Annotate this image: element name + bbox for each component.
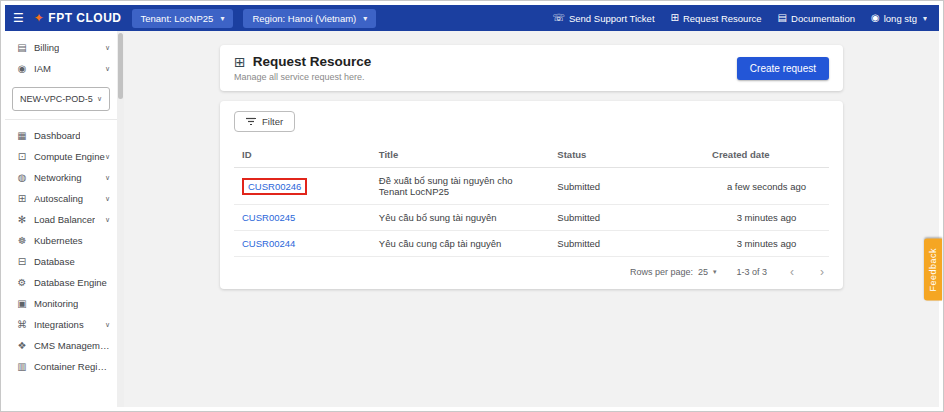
sidebar-item-label: Autoscaling (34, 193, 83, 204)
autoscaling-icon: ⊞ (15, 193, 29, 204)
sidebar-item-label: Kubernetes (34, 235, 83, 246)
sidebar-item-label: Container Registry (34, 361, 110, 372)
table-header-row: ID Title Status Created date (234, 142, 829, 168)
scrollbar-thumb[interactable] (118, 33, 123, 99)
sidebar-item-label: Integrations (34, 319, 84, 330)
menu-icon[interactable]: ☰ (13, 12, 24, 24)
column-header-status: Status (549, 142, 704, 168)
sidebar-item-billing[interactable]: ▤ Billing ∨ (5, 37, 117, 58)
container-registry-icon: ▥ (15, 361, 29, 372)
request-status: Submitted (549, 231, 704, 257)
page-header-card: ⊞ Request Resource Manage all service re… (220, 45, 843, 91)
chevron-down-icon: ▾ (220, 14, 224, 23)
sidebar-item-cms-management[interactable]: ❖ CMS Management (5, 335, 117, 356)
iam-icon: ◉ (15, 63, 29, 74)
sidebar-item-integrations[interactable]: ⌘ Integrations ∨ (5, 314, 117, 335)
support-ticket-icon: ☏ (552, 13, 565, 23)
documentation-label: Documentation (791, 13, 855, 24)
sidebar-item-dashboard[interactable]: ▦ Dashboard (5, 125, 117, 146)
sidebar-item-container-registry[interactable]: ▥ Container Registry (5, 356, 117, 377)
sidebar-item-autoscaling[interactable]: ⊞ Autoscaling ∨ (5, 188, 117, 209)
kubernetes-icon: ☸ (15, 235, 29, 246)
previous-page-icon[interactable]: ‹ (787, 266, 797, 278)
request-resource-link[interactable]: ⊞ Request Resource (671, 13, 762, 24)
sidebar-item-label: Database Engine (34, 277, 107, 288)
request-created-date: 3 minutes ago (704, 231, 829, 257)
monitoring-icon: ▣ (15, 298, 29, 309)
load-balancer-icon: ✻ (15, 214, 29, 225)
sidebar: ▤ Billing ∨ ◉ IAM ∨ NEW-VPC-POD-5 ∨ ▦ Da… (5, 31, 117, 407)
table-row[interactable]: CUSR00246 Đề xuất bổ sung tài nguyên cho… (234, 168, 829, 205)
user-menu[interactable]: ◉ long stg ▾ (871, 13, 927, 24)
sidebar-item-database-engine[interactable]: ⚙ Database Engine (5, 272, 117, 293)
chevron-down-icon: ▾ (363, 14, 367, 23)
sidebar-item-label: Load Balancer (34, 214, 95, 225)
request-title: Yêu cầu cung cấp tài nguyên (371, 231, 550, 257)
filter-button[interactable]: Filter (234, 111, 295, 132)
networking-icon: ◍ (15, 172, 29, 183)
sidebar-item-database[interactable]: ⊟ Database (5, 251, 117, 272)
top-navbar: ☰ ✦ FPT CLOUD Tenant: LocNP25 ▾ Region: … (5, 5, 939, 31)
sidebar-item-label: Dashboard (34, 130, 80, 141)
sidebar-item-networking[interactable]: ◍ Networking ∨ (5, 167, 117, 188)
sidebar-item-label: CMS Management (34, 340, 110, 351)
documentation-icon: ▤ (778, 13, 787, 23)
region-selector[interactable]: Region: Hanoi (Vietnam) ▾ (243, 9, 376, 28)
app-body: ▤ Billing ∨ ◉ IAM ∨ NEW-VPC-POD-5 ∨ ▦ Da… (5, 31, 939, 407)
request-id-link[interactable]: CUSR00245 (242, 212, 295, 223)
chevron-down-icon: ∨ (105, 44, 110, 52)
request-id-link[interactable]: CUSR00244 (242, 238, 295, 249)
main-content: ⊞ Request Resource Manage all service re… (124, 31, 939, 407)
rows-per-page-value: 25 (698, 267, 708, 277)
request-status: Submitted (549, 205, 704, 231)
request-created-date: a few seconds ago (704, 168, 829, 205)
column-header-title: Title (371, 142, 550, 168)
sidebar-item-iam[interactable]: ◉ IAM ∨ (5, 58, 117, 79)
send-support-ticket-link[interactable]: ☏ Send Support Ticket (552, 13, 654, 24)
sidebar-item-monitoring[interactable]: ▣ Monitoring (5, 293, 117, 314)
vpc-selector[interactable]: NEW-VPC-POD-5 ∨ (12, 87, 110, 111)
database-icon: ⊟ (15, 256, 29, 267)
cms-management-icon: ❖ (15, 340, 29, 351)
next-page-icon[interactable]: › (817, 266, 827, 278)
sidebar-item-load-balancer[interactable]: ✻ Load Balancer ∨ (5, 209, 117, 230)
page-header-text: ⊞ Request Resource Manage all service re… (234, 54, 371, 82)
billing-icon: ▤ (15, 42, 29, 53)
send-support-ticket-label: Send Support Ticket (569, 13, 655, 24)
dashboard-icon: ▦ (15, 130, 29, 141)
rows-per-page-selector[interactable]: Rows per page: 25 ▾ (630, 267, 717, 277)
filter-button-label: Filter (262, 116, 283, 127)
feedback-tab[interactable]: Feedback (924, 239, 942, 301)
user-icon: ◉ (871, 13, 880, 23)
tenant-label: Tenant: LocNP25 (141, 13, 214, 24)
request-table-card: Filter ID Title Status Created date (220, 101, 843, 289)
sidebar-scrollbar[interactable] (117, 31, 124, 407)
chevron-down-icon: ∨ (97, 95, 102, 103)
sidebar-item-compute-engine[interactable]: ⊡ Compute Engine ∨ (5, 146, 117, 167)
pagination-range: 1-3 of 3 (736, 267, 767, 277)
table-row[interactable]: CUSR00244 Yêu cầu cung cấp tài nguyên Su… (234, 231, 829, 257)
region-label: Region: Hanoi (Vietnam) (252, 13, 356, 24)
brand-logo[interactable]: ✦ FPT CLOUD (34, 11, 122, 25)
request-id-link[interactable]: CUSR00246 (248, 181, 301, 192)
user-name: long stg (884, 13, 917, 24)
sidebar-item-label: Billing (34, 42, 59, 53)
request-resource-icon: ⊞ (671, 13, 679, 23)
tenant-selector[interactable]: Tenant: LocNP25 ▾ (132, 9, 234, 28)
table-row[interactable]: CUSR00245 Yêu cầu bổ sung tài nguyên Sub… (234, 205, 829, 231)
sidebar-item-label: IAM (34, 63, 51, 74)
sidebar-item-kubernetes[interactable]: ☸ Kubernetes (5, 230, 117, 251)
sidebar-item-label: Networking (34, 172, 82, 183)
column-header-created-date: Created date (704, 142, 829, 168)
request-title: Yêu cầu bổ sung tài nguyên (371, 205, 550, 231)
request-table: ID Title Status Created date CUSR00246 (234, 142, 829, 257)
integrations-icon: ⌘ (15, 319, 29, 330)
request-created-date: 3 minutes ago (704, 205, 829, 231)
request-title: Đề xuất bổ sung tài nguyên cho Tenant Lo… (371, 168, 550, 205)
request-status: Submitted (549, 168, 704, 205)
chevron-down-icon: ∨ (105, 174, 110, 182)
chevron-down-icon: ∨ (105, 153, 110, 161)
database-engine-icon: ⚙ (15, 277, 29, 288)
documentation-link[interactable]: ▤ Documentation (778, 13, 855, 24)
create-request-button[interactable]: Create request (737, 57, 829, 80)
